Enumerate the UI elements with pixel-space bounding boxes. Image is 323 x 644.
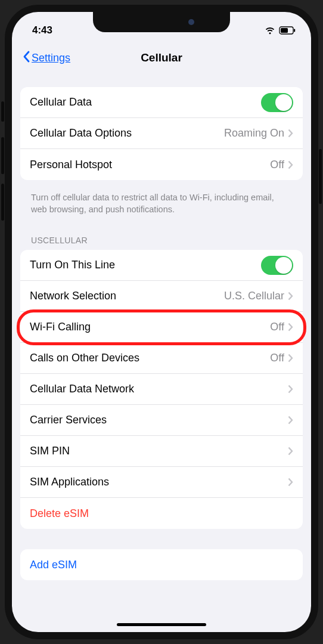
personal-hotspot-value: Off xyxy=(270,159,284,171)
turn-on-line-toggle[interactable] xyxy=(261,256,293,275)
chevron-right-icon xyxy=(288,292,293,301)
svg-rect-1 xyxy=(281,28,288,33)
phone-frame: 4:43 Settings Cellular xyxy=(5,5,318,639)
nav-bar: Settings Cellular xyxy=(12,41,311,75)
sim-pin-label: SIM PIN xyxy=(30,445,288,457)
notch xyxy=(93,12,230,32)
status-time: 4:43 xyxy=(32,24,52,36)
sim-applications-row[interactable]: SIM Applications xyxy=(20,467,303,498)
cellular-data-toggle[interactable] xyxy=(261,93,293,112)
carrier-section-header: USCELLULAR xyxy=(20,227,303,250)
chevron-right-icon xyxy=(288,323,293,332)
cellular-data-label: Cellular Data xyxy=(30,96,261,109)
page-title: Cellular xyxy=(141,51,182,64)
network-selection-label: Network Selection xyxy=(30,290,224,302)
sim-applications-label: SIM Applications xyxy=(30,476,288,488)
network-selection-value: U.S. Cellular xyxy=(224,290,284,302)
chevron-right-icon xyxy=(288,354,293,363)
chevron-left-icon xyxy=(23,51,30,66)
cellular-data-options-label: Cellular Data Options xyxy=(30,127,224,140)
add-esim-label: Add eSIM xyxy=(30,559,293,571)
cellular-data-options-row[interactable]: Cellular Data Options Roaming On xyxy=(20,118,303,149)
cellular-data-network-row[interactable]: Cellular Data Network xyxy=(20,374,303,405)
back-label: Settings xyxy=(32,52,70,64)
chevron-right-icon xyxy=(288,447,293,456)
cellular-data-options-value: Roaming On xyxy=(224,127,284,140)
network-selection-row[interactable]: Network Selection U.S. Cellular xyxy=(20,281,303,312)
add-esim-row[interactable]: Add eSIM xyxy=(20,549,303,580)
battery-icon xyxy=(279,26,296,35)
back-button[interactable]: Settings xyxy=(23,51,70,66)
turn-on-line-label: Turn On This Line xyxy=(30,259,261,271)
calls-other-devices-value: Off xyxy=(270,352,284,364)
chevron-right-icon xyxy=(288,478,293,487)
group-add-esim: Add eSIM xyxy=(20,549,303,580)
chevron-right-icon xyxy=(288,129,293,138)
chevron-right-icon xyxy=(288,416,293,425)
carrier-services-row[interactable]: Carrier Services xyxy=(20,405,303,436)
personal-hotspot-label: Personal Hotspot xyxy=(30,159,270,171)
chevron-right-icon xyxy=(288,385,293,394)
wifi-calling-label: Wi-Fi Calling xyxy=(30,321,270,333)
svg-rect-2 xyxy=(294,29,295,32)
wifi-calling-row[interactable]: Wi-Fi Calling Off xyxy=(20,312,303,343)
delete-esim-row[interactable]: Delete eSIM xyxy=(20,498,303,529)
group-footer-note: Turn off cellular data to restrict all d… xyxy=(20,186,303,227)
carrier-services-label: Carrier Services xyxy=(30,414,288,426)
home-indicator[interactable] xyxy=(117,623,206,626)
cellular-data-network-label: Cellular Data Network xyxy=(30,383,288,395)
calls-other-devices-row[interactable]: Calls on Other Devices Off xyxy=(20,343,303,374)
content: Cellular Data Cellular Data Options Roam… xyxy=(12,75,311,580)
turn-on-line-row[interactable]: Turn On This Line xyxy=(20,250,303,281)
group-carrier: Turn On This Line Network Selection U.S.… xyxy=(20,250,303,529)
screen: 4:43 Settings Cellular xyxy=(12,12,311,632)
cellular-data-row[interactable]: Cellular Data xyxy=(20,87,303,118)
personal-hotspot-row[interactable]: Personal Hotspot Off xyxy=(20,149,303,180)
sim-pin-row[interactable]: SIM PIN xyxy=(20,436,303,467)
delete-esim-label: Delete eSIM xyxy=(30,507,293,520)
wifi-calling-value: Off xyxy=(270,321,284,333)
chevron-right-icon xyxy=(288,160,293,169)
wifi-icon xyxy=(265,26,275,35)
group-cellular: Cellular Data Cellular Data Options Roam… xyxy=(20,87,303,180)
calls-other-devices-label: Calls on Other Devices xyxy=(30,352,270,364)
